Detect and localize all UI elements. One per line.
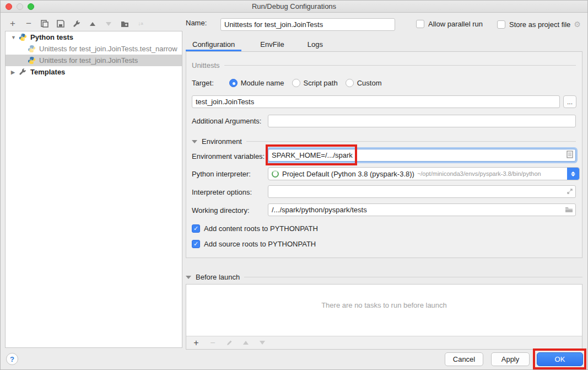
radio-custom-label[interactable]: Custom [357, 79, 382, 87]
collapse-icon[interactable] [186, 276, 191, 279]
zoom-window-button[interactable] [28, 3, 34, 10]
python-test-icon [28, 45, 36, 53]
working-directory-row: Working directory: [192, 206, 250, 215]
target-label: Target: [192, 79, 214, 87]
tree-group-templates[interactable]: ▶ Templates [6, 66, 182, 78]
copy-configuration-icon[interactable] [40, 19, 49, 28]
titlebar: Run/Debug Configurations [1, 1, 587, 13]
working-directory-label: Working directory: [192, 206, 250, 215]
radio-script-path[interactable] [292, 79, 300, 87]
add-configuration-icon[interactable]: + [8, 19, 17, 28]
allow-parallel-run-checkbox[interactable]: Allow parallel run [416, 20, 483, 28]
target-input[interactable] [192, 95, 560, 108]
tree-item-label: Templates [30, 68, 65, 76]
tab-logs[interactable]: Logs [301, 38, 330, 51]
configurations-toolbar: + − ↓a [8, 18, 145, 29]
combo-arrows-icon[interactable] [567, 168, 579, 180]
add-task-icon[interactable]: + [192, 339, 201, 347]
apply-button[interactable]: Apply [491, 352, 530, 366]
python-icon [19, 33, 28, 42]
add-source-roots-label: Add source roots to PYTHONPATH [204, 240, 316, 248]
env-vars-label: Environment variables: [192, 152, 265, 160]
before-launch-empty-text: There are no tasks to run before launch [186, 301, 582, 309]
tree-item-label: Unittests for test_join.JoinTests [39, 56, 138, 65]
radio-custom[interactable] [346, 79, 354, 87]
save-configuration-icon[interactable] [56, 19, 65, 28]
store-as-project-file-checkbox[interactable]: Store as project file ⚙ [497, 20, 581, 29]
store-as-project-file-label: Store as project file [509, 20, 570, 29]
chevron-right-icon[interactable]: ▶ [11, 69, 17, 75]
unittests-group-label: Unittests [192, 61, 220, 69]
edit-task-icon [225, 339, 234, 347]
working-directory-input[interactable] [268, 203, 576, 216]
environment-group-separator[interactable]: Environment [192, 137, 576, 146]
unittests-group-separator: Unittests [192, 61, 576, 69]
interpreter-options-input[interactable] [268, 185, 576, 198]
interpreter-options-label: Interpreter options: [192, 188, 252, 196]
sort-configurations-icon: ↓a [136, 19, 145, 28]
name-label: Name: [186, 19, 207, 27]
tree-group-python-tests[interactable]: ▼ Python tests [6, 31, 182, 43]
python-interpreter-label: Python interpreter: [192, 170, 251, 178]
before-launch-toolbar: + − [186, 336, 582, 349]
cancel-button[interactable]: Cancel [445, 352, 483, 366]
move-task-up-icon [241, 339, 250, 347]
name-input[interactable] [220, 18, 395, 31]
collapse-icon[interactable] [192, 140, 197, 143]
add-content-roots-label: Add content roots to PYTHONPATH [204, 224, 318, 233]
name-row: Name: [186, 19, 207, 27]
tree-item-test-narrow[interactable]: Unittests for test_join.JoinTests.test_n… [6, 43, 182, 55]
folder-icon[interactable] [565, 205, 573, 215]
tab-configuration[interactable]: Configuration [186, 38, 241, 51]
move-up-icon[interactable] [88, 19, 97, 28]
checkbox-checked-icon[interactable]: ✓ [192, 240, 200, 248]
radio-module-name[interactable] [229, 79, 238, 87]
interpreter-options-row: Interpreter options: [192, 188, 252, 196]
additional-arguments-label: Additional Arguments: [192, 117, 261, 125]
before-launch-tasks-list[interactable]: There are no tasks to run before launch … [186, 284, 582, 350]
tree-item-jointests[interactable]: Unittests for test_join.JoinTests [6, 55, 182, 66]
separator-line [246, 141, 576, 142]
expand-field-icon[interactable] [567, 187, 573, 197]
window-title: Run/Debug Configurations [252, 2, 336, 10]
new-folder-icon[interactable] [120, 19, 129, 28]
chevron-down-icon[interactable]: ▼ [11, 35, 17, 40]
env-vars-row: Environment variables: [192, 152, 265, 160]
run-debug-configurations-dialog: Run/Debug Configurations + − ↓a ▼ Python… [0, 0, 588, 370]
python-interpreter-value: Project Default (Python 3.8 (pyspark-3.8… [282, 170, 414, 178]
before-launch-separator[interactable]: Before launch [186, 273, 582, 281]
python-interpreter-select[interactable]: Project Default (Python 3.8 (pyspark-3.8… [268, 167, 580, 180]
target-row: Target: Module name Script path Custom [192, 79, 381, 87]
browse-target-button[interactable]: ... [563, 95, 576, 108]
radio-module-name-label[interactable]: Module name [241, 79, 284, 87]
separator-line [224, 65, 576, 66]
add-source-roots-checkbox[interactable]: ✓ Add source roots to PYTHONPATH [192, 240, 316, 248]
close-window-button[interactable] [6, 3, 12, 10]
move-task-down-icon [258, 339, 267, 347]
checkbox-checked-icon[interactable]: ✓ [192, 224, 200, 233]
gear-icon[interactable]: ⚙ [574, 20, 581, 29]
minimize-window-button [17, 3, 23, 10]
add-content-roots-checkbox[interactable]: ✓ Add content roots to PYTHONPATH [192, 224, 318, 233]
edit-templates-icon[interactable] [72, 19, 81, 28]
remove-task-icon: − [208, 339, 217, 347]
help-button[interactable]: ? [6, 353, 18, 365]
checkbox-icon[interactable] [497, 20, 505, 29]
radio-script-path-label[interactable]: Script path [304, 79, 338, 87]
move-down-icon [104, 19, 113, 28]
tree-item-label: Unittests for test_join.JoinTests.test_n… [39, 45, 177, 53]
tab-envfile[interactable]: EnvFile [253, 38, 290, 51]
checkbox-icon[interactable] [416, 20, 424, 28]
config-tabs: Configuration EnvFile Logs [186, 38, 582, 52]
tree-item-label: Python tests [30, 33, 73, 41]
conda-env-icon [272, 170, 279, 178]
window-controls [6, 3, 34, 10]
additional-arguments-input[interactable] [268, 115, 576, 127]
allow-parallel-run-label: Allow parallel run [428, 20, 483, 28]
env-vars-input[interactable] [268, 149, 576, 162]
python-interpreter-row: Python interpreter: [192, 170, 251, 178]
remove-configuration-icon[interactable]: − [24, 19, 33, 28]
additional-arguments-row: Additional Arguments: [192, 117, 261, 125]
ok-button[interactable]: OK [537, 352, 583, 366]
browse-variables-icon[interactable] [567, 151, 573, 160]
